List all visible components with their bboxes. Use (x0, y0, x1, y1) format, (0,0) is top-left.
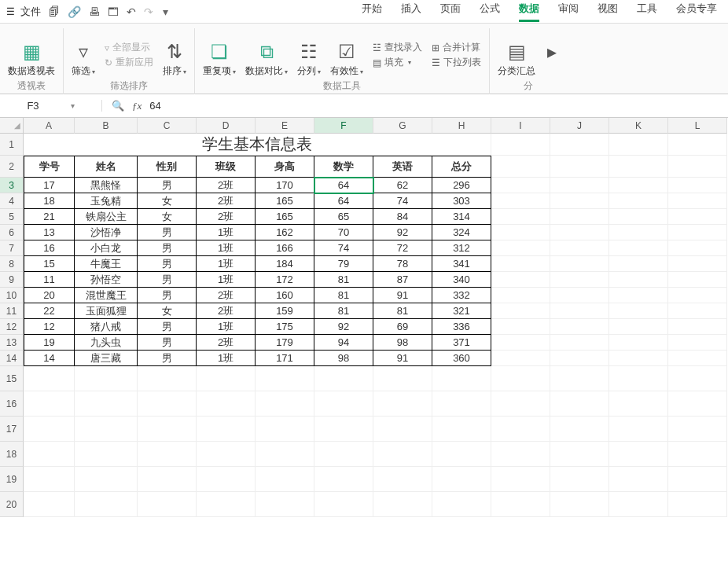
cell[interactable] (609, 193, 668, 209)
row-header-3[interactable]: 3 (0, 178, 24, 193)
cell[interactable] (24, 366, 75, 391)
table-cell[interactable]: 179 (256, 335, 314, 351)
table-cell[interactable]: 2班 (197, 288, 256, 303)
name-box-dropdown-icon[interactable]: ▾ (71, 101, 75, 110)
table-cell[interactable]: 男 (138, 272, 197, 288)
table-cell[interactable]: 81 (314, 303, 373, 319)
row-header-20[interactable]: 20 (0, 492, 24, 517)
cell[interactable] (197, 417, 256, 442)
cell[interactable] (609, 156, 668, 178)
table-cell[interactable]: 2班 (197, 193, 256, 209)
cell[interactable] (256, 366, 314, 391)
table-header[interactable]: 班级 (197, 156, 256, 178)
cell[interactable] (314, 492, 373, 517)
cell[interactable] (668, 272, 727, 288)
cell[interactable] (550, 417, 609, 442)
row-header-8[interactable]: 8 (0, 256, 24, 272)
data-compare-button[interactable]: ⧉ 数据对比▾ (245, 41, 288, 78)
col-header-A[interactable]: A (24, 118, 75, 134)
col-header-F[interactable]: F (314, 118, 373, 134)
cell[interactable] (668, 288, 727, 303)
sort-button[interactable]: ⇅ 排序▾ (163, 41, 186, 78)
cell[interactable] (314, 442, 373, 467)
cell[interactable] (432, 467, 491, 492)
table-cell[interactable]: 17 (24, 178, 75, 193)
cell[interactable] (24, 467, 75, 492)
table-cell[interactable]: 2班 (197, 335, 256, 351)
table-cell[interactable]: 79 (314, 256, 373, 272)
cell[interactable] (256, 492, 314, 517)
cell[interactable] (256, 417, 314, 442)
row-header-12[interactable]: 12 (0, 319, 24, 335)
find-record-button[interactable]: ☳ 查找录入 (373, 41, 422, 54)
cell[interactable] (491, 288, 550, 303)
table-cell[interactable]: 猪八戒 (75, 319, 138, 335)
table-cell[interactable]: 171 (256, 351, 314, 366)
table-cell[interactable]: 1班 (197, 256, 256, 272)
cell[interactable] (491, 209, 550, 225)
table-header[interactable]: 总分 (432, 156, 491, 178)
row-header-5[interactable]: 5 (0, 209, 24, 225)
table-cell[interactable]: 81 (314, 272, 373, 288)
cell[interactable] (609, 225, 668, 240)
cell[interactable] (550, 134, 609, 156)
tab-data[interactable]: 数据 (519, 2, 539, 22)
table-header[interactable]: 性别 (138, 156, 197, 178)
cell[interactable] (550, 366, 609, 391)
cell[interactable] (197, 467, 256, 492)
title-cell[interactable]: 学生基本信息表 (24, 134, 491, 156)
table-cell[interactable]: 2班 (197, 178, 256, 193)
table-cell[interactable]: 女 (138, 193, 197, 209)
row-header-16[interactable]: 16 (0, 391, 24, 417)
cell[interactable] (491, 492, 550, 517)
table-cell[interactable]: 玉面狐狸 (75, 303, 138, 319)
cell[interactable] (550, 467, 609, 492)
cell[interactable] (491, 272, 550, 288)
cell[interactable] (491, 366, 550, 391)
row-header-4[interactable]: 4 (0, 193, 24, 209)
cell[interactable] (491, 442, 550, 467)
cell[interactable] (432, 492, 491, 517)
validation-button[interactable]: ☑ 有效性▾ (330, 41, 363, 78)
cell[interactable] (668, 366, 727, 391)
table-cell[interactable]: 20 (24, 288, 75, 303)
table-cell[interactable]: 男 (138, 351, 197, 366)
table-cell[interactable]: 324 (432, 225, 491, 240)
cell[interactable] (138, 467, 197, 492)
split-col-button[interactable]: ☷ 分列▾ (297, 41, 321, 78)
col-header-B[interactable]: B (75, 118, 138, 134)
table-cell[interactable]: 360 (432, 351, 491, 366)
table-cell[interactable]: 男 (138, 256, 197, 272)
cell[interactable] (550, 303, 609, 319)
tab-page[interactable]: 页面 (440, 2, 461, 22)
table-header[interactable]: 身高 (256, 156, 314, 178)
table-cell[interactable]: 15 (24, 256, 75, 272)
name-box[interactable]: F3 ▾ (0, 100, 102, 112)
table-cell[interactable]: 296 (432, 178, 491, 193)
cell[interactable] (373, 492, 432, 517)
table-cell[interactable]: 18 (24, 193, 75, 209)
cell[interactable] (491, 178, 550, 193)
cell[interactable] (609, 351, 668, 366)
cell[interactable] (668, 319, 727, 335)
cell[interactable] (668, 256, 727, 272)
table-cell[interactable]: 22 (24, 303, 75, 319)
table-cell[interactable]: 九头虫 (75, 335, 138, 351)
cell[interactable] (668, 240, 727, 256)
cell[interactable] (668, 417, 727, 442)
cell[interactable] (609, 366, 668, 391)
table-cell[interactable]: 混世魔王 (75, 288, 138, 303)
dropdown-list-button[interactable]: ☰ 下拉列表 (432, 56, 481, 69)
cell[interactable] (668, 442, 727, 467)
print-icon[interactable]: 🖶 (89, 6, 100, 18)
cell[interactable] (668, 134, 727, 156)
cell[interactable] (491, 351, 550, 366)
cell[interactable] (550, 319, 609, 335)
formula-input[interactable]: 64 (149, 100, 160, 112)
table-cell[interactable]: 340 (432, 272, 491, 288)
filter-button[interactable]: ▿ 筛选▾ (72, 41, 95, 78)
cell[interactable] (491, 240, 550, 256)
tab-insert[interactable]: 插入 (401, 2, 421, 22)
table-cell[interactable]: 男 (138, 178, 197, 193)
table-cell[interactable]: 312 (432, 240, 491, 256)
